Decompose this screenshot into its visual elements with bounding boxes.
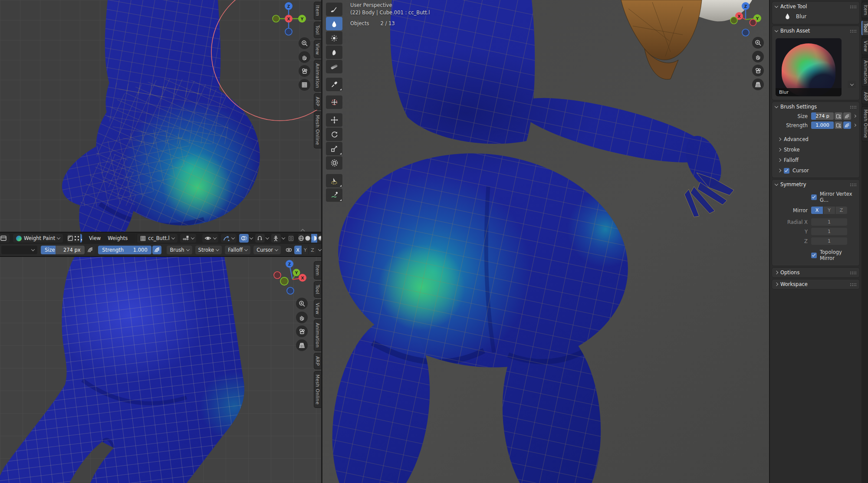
- tab-animation[interactable]: Animation: [314, 319, 322, 351]
- pose-options-popover[interactable]: [271, 234, 281, 243]
- gizmos-popover[interactable]: [221, 234, 237, 243]
- strength-pressure-toggle[interactable]: [152, 246, 162, 254]
- tab-animation[interactable]: Animation: [314, 60, 322, 92]
- rendered-shading-toggle[interactable]: [317, 234, 321, 243]
- tab-mesh-online[interactable]: Mesh Online: [314, 371, 322, 408]
- tool-transform-button[interactable]: [326, 156, 342, 170]
- sidebar-tab-animation[interactable]: Animation: [861, 57, 868, 87]
- vertex-mask-toggle[interactable]: [73, 234, 80, 243]
- cursor-popover[interactable]: Cursor: [253, 246, 281, 254]
- sidebar-tab-view[interactable]: View: [861, 38, 868, 55]
- panel-grip[interactable]: [850, 5, 856, 8]
- chevron-down-icon[interactable]: [282, 236, 285, 239]
- tab-view[interactable]: View: [314, 40, 322, 59]
- viewport-bottom-left[interactable]: Z Y X Item Tool View Animation ARP Mesh …: [0, 233, 321, 483]
- size-pressure-toggle[interactable]: [85, 246, 95, 254]
- brush-asset-dropdown[interactable]: [848, 81, 856, 88]
- size-pen-toggle[interactable]: [843, 112, 851, 120]
- expand-icon[interactable]: [853, 124, 856, 127]
- tool-rotate-button[interactable]: [326, 128, 342, 141]
- mirror-z-toggle[interactable]: Z: [835, 207, 847, 214]
- tool-gradient-button[interactable]: [326, 60, 342, 73]
- strength-slider[interactable]: Strength 1.000: [98, 246, 151, 254]
- axis-gizmo[interactable]: Z X Y: [726, 0, 769, 40]
- tab-item[interactable]: Item: [314, 261, 322, 279]
- wireframe-shading-toggle[interactable]: [298, 234, 304, 243]
- sidebar-tab-mesh-online[interactable]: Mesh Online: [861, 106, 868, 141]
- strength-pen-toggle[interactable]: [843, 122, 851, 129]
- subpanel-cursor[interactable]: Cursor: [772, 165, 859, 176]
- cursor-checkbox[interactable]: [784, 168, 789, 174]
- size-pressure-toggle[interactable]: [835, 112, 842, 120]
- mode-dropdown[interactable]: Weight Paint: [13, 234, 63, 243]
- strength-field[interactable]: 1.000: [811, 122, 834, 129]
- pan-hand-icon[interactable]: [296, 312, 308, 323]
- zoom-icon[interactable]: [752, 37, 764, 49]
- snapping-toggle[interactable]: [255, 234, 265, 243]
- tab-tool[interactable]: Tool: [314, 281, 322, 298]
- tool-sample-weight-button[interactable]: [326, 78, 342, 91]
- viewport-main[interactable]: User Perspective (22) Body | Cube.001 : …: [321, 0, 769, 483]
- strength-pressure-toggle[interactable]: [835, 122, 842, 129]
- overlays-toggle[interactable]: [239, 234, 249, 243]
- visibility-popover[interactable]: [202, 234, 218, 243]
- tool-scale-button[interactable]: [326, 142, 342, 155]
- mirror-x-toggle[interactable]: X: [811, 207, 823, 214]
- size-slider[interactable]: Size 274 px: [41, 246, 85, 254]
- size-field[interactable]: 274 p: [811, 112, 834, 120]
- panel-grip[interactable]: [850, 105, 856, 108]
- panel-workspace-header[interactable]: Workspace: [772, 279, 859, 289]
- tool-smear-button[interactable]: [326, 46, 342, 59]
- tab-arp[interactable]: ARP: [314, 353, 322, 369]
- panel-grip[interactable]: [850, 30, 856, 33]
- orthographic-toggle-icon[interactable]: [299, 79, 310, 91]
- pan-hand-icon[interactable]: [299, 51, 310, 63]
- vertex-group-dropdown[interactable]: cc_Butt.l: [137, 234, 177, 243]
- panel-brush-settings-header[interactable]: Brush Settings: [772, 102, 859, 112]
- panel-grip[interactable]: [850, 183, 856, 186]
- tool-blur-button[interactable]: [326, 17, 342, 30]
- xray-toggle[interactable]: [288, 234, 294, 243]
- tab-tool[interactable]: Tool: [314, 22, 322, 38]
- sidebar-tab-item[interactable]: Item: [861, 2, 868, 18]
- axis-gizmo[interactable]: Z Y X: [270, 258, 313, 298]
- mirror-x-toggle[interactable]: X: [294, 246, 302, 254]
- tool-annotate-button[interactable]: [326, 188, 342, 202]
- attribute-popover[interactable]: [180, 234, 196, 243]
- menu-weights[interactable]: Weights: [104, 234, 131, 243]
- sidebar-tab-arp[interactable]: ARP: [861, 89, 868, 104]
- pan-hand-icon[interactable]: [752, 51, 764, 62]
- mirror-vertex-group-checkbox[interactable]: [811, 194, 817, 200]
- panel-options-header[interactable]: Options: [772, 268, 859, 277]
- brush-popover[interactable]: Brush: [167, 246, 192, 254]
- subpanel-advanced[interactable]: Advanced: [772, 134, 859, 145]
- menu-view[interactable]: View: [85, 234, 104, 243]
- panel-brush-asset-header[interactable]: Brush Asset: [772, 26, 859, 36]
- tool-average-button[interactable]: [326, 31, 342, 45]
- tool-cursor-button[interactable]: [326, 95, 342, 109]
- editor-type-button[interactable]: [0, 234, 10, 243]
- viewport-top-left[interactable]: Z Y X Item Tool View Animation ARP Mesh …: [0, 0, 321, 233]
- material-preview-toggle[interactable]: [311, 234, 317, 243]
- subpanel-falloff[interactable]: Falloff: [772, 155, 859, 165]
- topology-mirror-checkbox[interactable]: [811, 253, 817, 258]
- perspective-toggle-icon[interactable]: [296, 339, 308, 351]
- chevron-down-icon[interactable]: [266, 236, 269, 239]
- panel-active-tool-header[interactable]: Active Tool: [772, 2, 859, 11]
- tab-mesh-online[interactable]: Mesh Online: [314, 112, 322, 148]
- camera-view-icon[interactable]: [296, 325, 308, 337]
- panel-grip[interactable]: [850, 283, 856, 286]
- panel-grip[interactable]: [850, 271, 856, 274]
- mirror-z-toggle[interactable]: Z: [309, 246, 316, 254]
- zoom-icon[interactable]: [299, 37, 310, 49]
- zoom-icon[interactable]: [296, 298, 308, 309]
- chevron-down-icon[interactable]: [250, 236, 253, 239]
- tool-draw-button[interactable]: [326, 3, 342, 16]
- solid-shading-toggle[interactable]: [304, 234, 311, 243]
- tab-arp[interactable]: ARP: [314, 93, 322, 110]
- mirror-y-toggle[interactable]: Y: [823, 207, 835, 214]
- bone-selection-toggle[interactable]: [80, 234, 82, 243]
- perspective-toggle-icon[interactable]: [752, 79, 764, 90]
- falloff-popover[interactable]: Falloff: [225, 246, 250, 254]
- sidebar-tab-tool[interactable]: Tool: [861, 20, 868, 36]
